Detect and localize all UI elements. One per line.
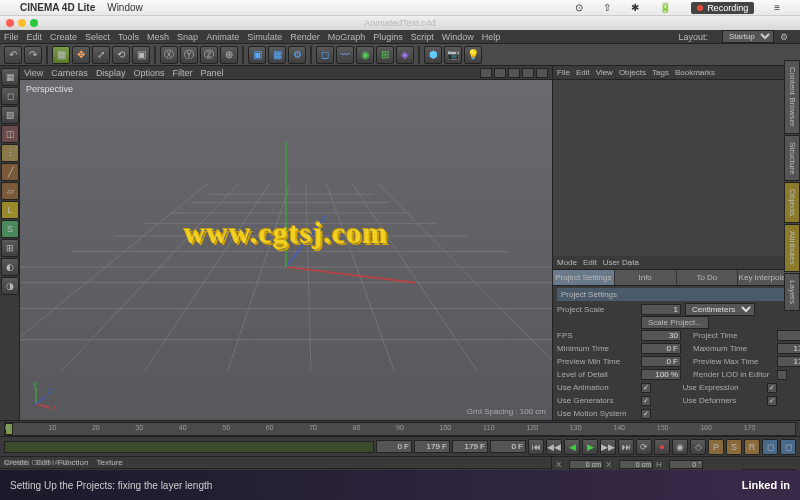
autokey-button[interactable]: ◉	[672, 439, 688, 455]
record-button[interactable]: ●	[654, 439, 670, 455]
vp-nav-1[interactable]	[480, 68, 492, 78]
side-tab-layers[interactable]: Layers	[784, 273, 800, 311]
lod-input[interactable]: 100 %	[641, 369, 681, 380]
timeline-ruler[interactable]: 010 2030 4050 6070 8090 100110 120130 14…	[0, 420, 800, 436]
layout-select[interactable]: Startup	[722, 30, 774, 43]
zoom-button[interactable]	[30, 19, 38, 27]
use-motion-check[interactable]: ✓	[641, 409, 651, 419]
vp-menu-filter[interactable]: Filter	[172, 68, 192, 78]
render-lod-check[interactable]	[777, 370, 787, 380]
mac-menu-window[interactable]: Window	[107, 2, 143, 13]
deformer-tool[interactable]: ◈	[396, 46, 414, 64]
y-axis-lock[interactable]: Ⓨ	[180, 46, 198, 64]
key-param[interactable]: ◻	[762, 439, 778, 455]
vp-menu-view[interactable]: View	[24, 68, 43, 78]
vp-nav-2[interactable]	[494, 68, 506, 78]
tab-project-settings[interactable]: Project Settings	[553, 270, 615, 285]
select-tool[interactable]: ▦	[52, 46, 70, 64]
polygon-mode[interactable]: ▱	[1, 182, 19, 200]
goto-start-button[interactable]: ⏮	[528, 439, 544, 455]
vp-menu-cameras[interactable]: Cameras	[51, 68, 88, 78]
menu-edit[interactable]: Edit	[27, 32, 43, 42]
fps-input[interactable]: 30	[641, 330, 681, 341]
rot-h[interactable]: 0 °	[669, 460, 703, 469]
play-back-button[interactable]: ◀	[564, 439, 580, 455]
texture-mode[interactable]: ▧	[1, 106, 19, 124]
make-editable[interactable]: ▦	[1, 68, 19, 86]
menu-simulate[interactable]: Simulate	[247, 32, 282, 42]
menu-file[interactable]: File	[4, 32, 19, 42]
keyframe-sel[interactable]: ◇	[690, 439, 706, 455]
redo-button[interactable]: ↷	[24, 46, 42, 64]
menu-render[interactable]: Render	[290, 32, 320, 42]
side-tab-attributes[interactable]: Attributes	[784, 224, 800, 272]
axis-mode[interactable]: L	[1, 201, 19, 219]
vp-nav-3[interactable]	[508, 68, 520, 78]
scale-project-button[interactable]: Scale Project...	[641, 316, 709, 329]
move-tool[interactable]: ✥	[72, 46, 90, 64]
menu-window[interactable]: Window	[442, 32, 474, 42]
workplane-tool[interactable]: ⊞	[1, 239, 19, 257]
size-x[interactable]: 0 cm	[619, 460, 653, 469]
menu-mesh[interactable]: Mesh	[147, 32, 169, 42]
vp-nav-4[interactable]	[522, 68, 534, 78]
camera-tool[interactable]: 📷	[444, 46, 462, 64]
om-file[interactable]: File	[557, 68, 570, 77]
mat-texture[interactable]: Texture	[97, 458, 123, 467]
om-objects[interactable]: Objects	[619, 68, 646, 77]
proj-time-input[interactable]: 0 F	[777, 330, 800, 341]
close-button[interactable]	[6, 19, 14, 27]
undo-button[interactable]: ↶	[4, 46, 22, 64]
render-view[interactable]: ▣	[248, 46, 266, 64]
menu-tools[interactable]: Tools	[118, 32, 139, 42]
use-expr-check[interactable]: ✓	[767, 383, 777, 393]
viewport-3d[interactable]: Perspective	[20, 80, 552, 420]
minimize-button[interactable]	[18, 19, 26, 27]
side-tab-content[interactable]: Content Browser	[784, 60, 800, 134]
workplane[interactable]: ◫	[1, 125, 19, 143]
timeline-range[interactable]	[4, 441, 374, 453]
settings-icon[interactable]: ⚙	[780, 32, 788, 42]
key-pos[interactable]: P	[708, 439, 724, 455]
snap-toggle[interactable]: S	[1, 220, 19, 238]
side-tab-structure[interactable]: Structure	[784, 135, 800, 181]
next-key-button[interactable]: ▶▶	[600, 439, 616, 455]
environment[interactable]: ⬢	[424, 46, 442, 64]
vp-layout[interactable]	[536, 68, 548, 78]
frame-end-input[interactable]	[414, 440, 450, 453]
edge-mode[interactable]: ╱	[1, 163, 19, 181]
om-view[interactable]: View	[596, 68, 613, 77]
menu-script[interactable]: Script	[411, 32, 434, 42]
menu-plugins[interactable]: Plugins	[373, 32, 403, 42]
key-scale[interactable]: S	[726, 439, 742, 455]
render-region[interactable]: ▦	[268, 46, 286, 64]
frame-current-input[interactable]	[490, 440, 526, 453]
cube-primitive[interactable]: ◻	[316, 46, 334, 64]
tab-todo[interactable]: To Do	[677, 270, 739, 285]
loop-button[interactable]: ⟳	[636, 439, 652, 455]
nurbs-tool[interactable]: ◉	[356, 46, 374, 64]
frame-start-input[interactable]	[376, 440, 412, 453]
prev-max-input[interactable]: 179 F	[777, 356, 800, 367]
use-def-check[interactable]: ✓	[767, 396, 777, 406]
menu-snap[interactable]: Snap	[177, 32, 198, 42]
project-scale-input[interactable]: 1	[641, 304, 681, 315]
prev-key-button[interactable]: ◀◀	[546, 439, 562, 455]
vp-menu-panel[interactable]: Panel	[200, 68, 223, 78]
render-settings[interactable]: ⚙	[288, 46, 306, 64]
light-tool[interactable]: 💡	[464, 46, 482, 64]
play-button[interactable]: ▶	[582, 439, 598, 455]
key-rot[interactable]: R	[744, 439, 760, 455]
menu-create[interactable]: Create	[50, 32, 77, 42]
menu-select[interactable]: Select	[85, 32, 110, 42]
project-scale-unit[interactable]: Centimeters	[685, 303, 755, 316]
prev-min-input[interactable]: 0 F	[641, 356, 681, 367]
scale-tool[interactable]: ⤢	[92, 46, 110, 64]
coord-system[interactable]: ⊕	[220, 46, 238, 64]
menu-help[interactable]: Help	[482, 32, 501, 42]
om-edit[interactable]: Edit	[576, 68, 590, 77]
max-time-input[interactable]: 179 F	[777, 343, 800, 354]
x-axis-lock[interactable]: Ⓧ	[160, 46, 178, 64]
array-tool[interactable]: ⊞	[376, 46, 394, 64]
min-time-input[interactable]: 0 F	[641, 343, 681, 354]
